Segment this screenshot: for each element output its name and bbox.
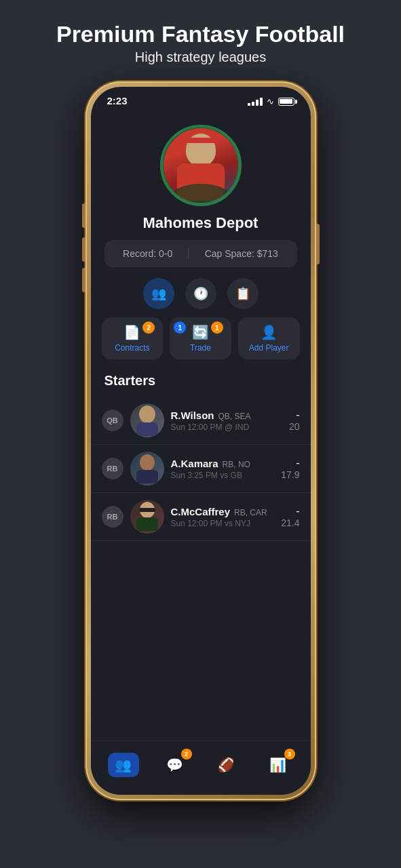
stats-tab-icon: 📊 (269, 757, 286, 773)
svg-rect-3 (136, 470, 158, 484)
contracts-badge: 2 (142, 321, 155, 334)
wifi-icon: ∿ (267, 96, 274, 106)
bottom-tab-stats[interactable]: 📊 3 (252, 753, 304, 777)
action-buttons: 2 📄 Contracts 1 1 🔄 Trade 👤 Add Pla (102, 317, 300, 359)
contracts-label: Contracts (115, 343, 149, 353)
bottom-tab-team[interactable]: 👥 (98, 753, 149, 777)
helmet-bottom (174, 184, 228, 203)
player-pos-team: RB, CAR (234, 508, 267, 517)
chat-tab-icon: 💬 (166, 757, 183, 773)
score-dash: - (296, 457, 299, 469)
bottom-tab-chat[interactable]: 💬 2 (149, 753, 201, 777)
team-tab-icon-wrap: 👥 (108, 753, 139, 777)
team-name: Mahomes Depot (91, 214, 311, 232)
contracts-icon: 📄 (123, 324, 140, 340)
add-player-label: Add Player (249, 343, 289, 353)
chat-badge: 2 (181, 749, 192, 760)
player-name-row: R.Wilson QB, SEA (171, 410, 282, 421)
status-time: 2:23 (107, 95, 128, 106)
avatar (130, 403, 164, 437)
table-row[interactable]: RB C.McCaffrey RB, CAR (91, 493, 311, 541)
phone-screen: 2:23 ∿ (91, 87, 311, 795)
player-info: C.McCaffrey RB, CAR Sun 12:00 PM vs NYJ (171, 506, 275, 528)
nav-tab-roster[interactable]: 👥 (143, 278, 174, 309)
score-val: 17.9 (281, 469, 299, 480)
svg-rect-1 (136, 422, 158, 436)
score-dash: - (296, 409, 299, 420)
position-badge-rb1: RB (102, 458, 123, 479)
score-val: 20 (289, 421, 300, 432)
team-tab-icon: 👥 (115, 757, 132, 773)
header-subtitle: High strategy leagues (14, 50, 387, 65)
status-icons: ∿ (248, 95, 294, 106)
record-bar: Record: 0-0 Cap Space: $713 (104, 240, 297, 267)
player-headband (185, 138, 216, 143)
player-game: Sun 12:00 PM vs NYJ (171, 519, 275, 528)
contracts-button[interactable]: 2 📄 Contracts (102, 317, 164, 359)
add-player-icon: 👤 (261, 324, 278, 340)
nav-tab-history[interactable]: 🕐 (185, 278, 216, 309)
trade-badge-left: 1 (174, 321, 186, 334)
avatar (130, 452, 164, 486)
player-score: - 20 (289, 409, 300, 432)
phone-wrapper: 2:23 ∿ (85, 81, 316, 800)
player-info: A.Kamara RB, NO Sun 3:25 PM vs GB (171, 458, 275, 480)
starters-label: Starters (91, 373, 311, 397)
signal-icon (248, 98, 263, 106)
nav-tabs: 👥 🕐 📋 (91, 278, 311, 309)
player-score: - 21.4 (281, 505, 299, 528)
svg-rect-6 (136, 517, 158, 531)
add-player-button[interactable]: 👤 Add Player (238, 317, 300, 359)
table-row[interactable]: RB A.Kamara RB, NO Sun 3:25 PM vs (91, 445, 311, 493)
avatar-player (164, 128, 238, 203)
history-icon: 🕐 (193, 286, 208, 301)
avatar-ring (160, 125, 242, 206)
player-name-row: A.Kamara RB, NO (171, 458, 275, 469)
player-name: C.McCaffrey (171, 506, 231, 517)
battery-fill (280, 99, 292, 104)
player-name: A.Kamara (171, 458, 218, 469)
phone-frame: 2:23 ∿ (85, 81, 316, 800)
nav-tab-news[interactable]: 📋 (227, 278, 259, 309)
record-divider (188, 248, 189, 259)
bottom-tab-football[interactable]: 🏈 (201, 753, 252, 777)
svg-point-2 (140, 454, 155, 471)
position-badge-rb2: RB (102, 506, 123, 528)
football-tab-icon-wrap: 🏈 (211, 753, 242, 777)
avatar-section (91, 117, 311, 206)
trade-badge-right: 1 (211, 321, 223, 334)
cap-label: Cap Space: $713 (205, 248, 278, 259)
score-dash: - (296, 505, 299, 517)
bottom-tab-bar: 👥 💬 2 🏈 📊 3 (91, 741, 311, 795)
trade-label: Trade (190, 343, 211, 353)
trade-icon: 🔄 (192, 324, 209, 340)
player-pos-team: QB, SEA (218, 412, 251, 421)
trade-button[interactable]: 1 1 🔄 Trade (170, 317, 231, 359)
stats-tab-icon-wrap: 📊 3 (263, 753, 294, 777)
chat-tab-icon-wrap: 💬 2 (159, 753, 191, 777)
player-name: R.Wilson (171, 410, 214, 421)
table-row[interactable]: QB R.Wilson QB, SEA Sun 12:00 PM @ (91, 397, 311, 445)
player-game: Sun 12:00 PM @ IND (171, 422, 282, 432)
player-pos-team: RB, NO (223, 460, 250, 469)
score-val: 21.4 (281, 517, 299, 528)
svg-rect-5 (139, 508, 155, 512)
screen-content: Mahomes Depot Record: 0-0 Cap Space: $71… (91, 117, 311, 741)
roster-icon: 👥 (151, 286, 166, 301)
player-score: - 17.9 (281, 457, 299, 480)
notch (157, 87, 245, 106)
player-info: R.Wilson QB, SEA Sun 12:00 PM @ IND (171, 410, 282, 432)
header-section: Premium Fantasy Football High strategy l… (0, 0, 401, 77)
stats-badge: 3 (284, 749, 295, 760)
avatar-container (160, 125, 242, 206)
position-badge-qb: QB (102, 410, 123, 431)
header-title: Premium Fantasy Football (14, 22, 387, 47)
player-name-row: C.McCaffrey RB, CAR (171, 506, 275, 517)
news-icon: 📋 (235, 286, 250, 301)
svg-point-0 (139, 406, 155, 423)
player-game: Sun 3:25 PM vs GB (171, 471, 275, 480)
record-label: Record: 0-0 (123, 248, 172, 259)
football-tab-icon: 🏈 (218, 757, 235, 773)
battery-icon (278, 98, 294, 106)
avatar (130, 500, 164, 534)
